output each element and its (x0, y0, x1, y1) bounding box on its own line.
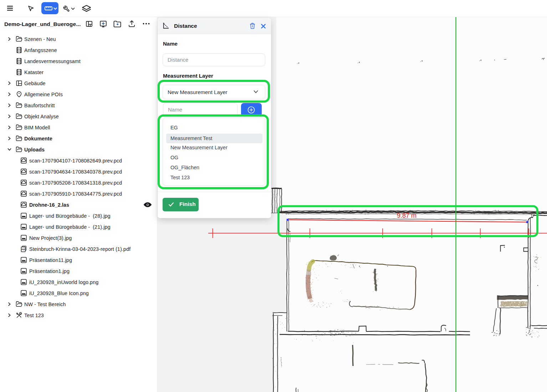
svg-text:PDF: PDF (21, 249, 25, 251)
svg-text:9.87 m: 9.87 m (397, 212, 416, 219)
